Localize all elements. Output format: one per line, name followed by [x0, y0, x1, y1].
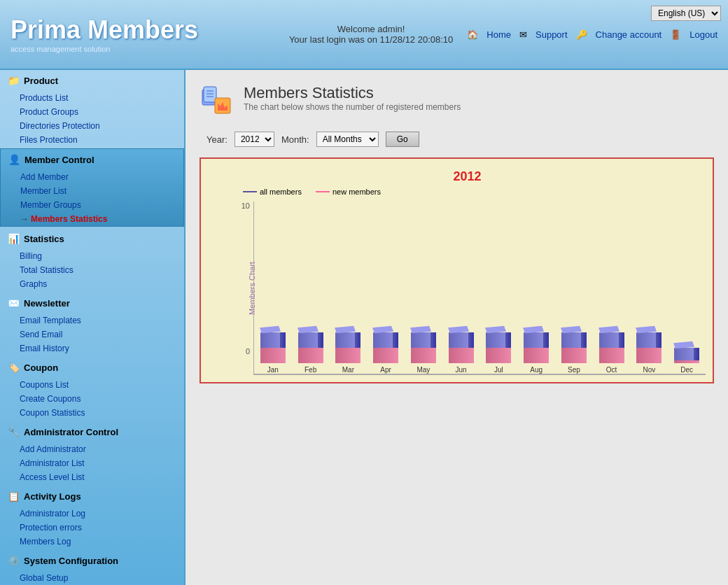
legend-new-label: new members	[332, 188, 381, 196]
month-label: Month:	[281, 134, 309, 145]
sidebar-section-admin-header: 🔧 Administrator Control	[0, 421, 184, 442]
y-label-10: 10	[229, 202, 250, 210]
sidebar-item-members-log[interactable]: Members Log	[14, 535, 184, 549]
sidebar-section-statistics: 📊 Statistics Billing Total Statistics Gr…	[0, 228, 184, 291]
sidebar-item-email-templates[interactable]: Email Templates	[14, 313, 184, 327]
year-label: Year:	[206, 134, 227, 145]
bar-all-jan	[260, 327, 286, 363]
bar-new-may	[411, 348, 436, 363]
bar-group-apr: Apr	[367, 202, 405, 374]
bar-all-feb	[298, 327, 323, 363]
legend-new-line	[316, 191, 330, 192]
sidebar-section-coupon: 🏷️ Coupon Coupons List Create Coupons Co…	[0, 357, 184, 420]
sidebar-item-coupon-statistics[interactable]: Coupon Statistics	[14, 406, 184, 420]
sidebar-section-newsletter-header: ✉️ Newsletter	[0, 292, 184, 313]
sidebar-section-coupon-header: 🏷️ Coupon	[0, 357, 184, 378]
month-select[interactable]: All Months January February March April …	[316, 132, 379, 147]
bar-new-aug	[524, 348, 549, 363]
product-icon: 📁	[7, 74, 20, 87]
bar-all-dec	[674, 342, 699, 363]
sidebar-coupon-label: Coupon	[24, 362, 58, 373]
bar-new-apr	[373, 348, 398, 363]
y-label-0: 0	[229, 347, 250, 355]
sidebar-item-total-statistics[interactable]: Total Statistics	[14, 263, 184, 277]
year-select[interactable]: 2012 2011 2010	[234, 132, 274, 147]
support-icon: ✉	[519, 29, 527, 40]
sidebar-item-global-setup[interactable]: Global Setup	[14, 571, 184, 585]
welcome-text: Welcome admin!	[289, 24, 453, 34]
bar-all-aug	[524, 327, 549, 363]
sidebar-section-member-header: 👤 Member Control	[1, 149, 183, 170]
bars-area: JanFebMarAprMayJunJulAugSepOctNovDec	[253, 202, 706, 375]
sidebar-item-members-statistics[interactable]: →Members Statistics	[15, 212, 183, 226]
sidebar-item-email-history[interactable]: Email History	[14, 341, 184, 355]
sidebar-item-member-list[interactable]: Member List	[15, 184, 183, 198]
legend-all-members: all members	[243, 188, 302, 196]
sidebar-item-coupons-list[interactable]: Coupons List	[14, 378, 184, 392]
bar-label-sep: Sep	[568, 366, 580, 374]
sidebar-member-control-label: Member Control	[24, 155, 94, 165]
home-icon: 🏠	[467, 29, 478, 40]
sidebar-activity-label: Activity Logs	[24, 491, 81, 502]
change-account-link[interactable]: Change account	[596, 29, 662, 40]
sidebar-section-member-control: 👤 Member Control Add Member Member List …	[0, 148, 184, 227]
bar-label-nov: Nov	[643, 366, 655, 374]
statistics-icon: 📊	[7, 232, 20, 245]
account-icon: 🔑	[576, 29, 587, 40]
support-link[interactable]: Support	[536, 29, 568, 40]
sidebar-item-admin-log[interactable]: Administrator Log	[14, 507, 184, 521]
page-title: Members Statistics	[244, 84, 461, 102]
top-bar: Prima Members access management solution…	[0, 0, 728, 70]
sidebar-section-activity: 📋 Activity Logs Administrator Log Protec…	[0, 486, 184, 549]
chart-legend: all members new members	[229, 188, 706, 196]
page-description: The chart below shows the number of regi…	[244, 102, 461, 112]
go-button[interactable]: Go	[386, 132, 419, 147]
bar-all-mar	[335, 327, 360, 363]
bar-group-nov: Nov	[631, 202, 668, 374]
sidebar-item-administrator-list[interactable]: Administrator List	[14, 456, 184, 470]
sidebar-section-activity-header: 📋 Activity Logs	[0, 486, 184, 507]
sidebar-item-member-groups[interactable]: Member Groups	[15, 198, 183, 212]
page-header: Members Statistics The chart below shows…	[200, 84, 714, 118]
active-arrow: →	[20, 214, 29, 224]
sidebar-stats-items: Billing Total Statistics Graphs	[0, 249, 184, 291]
bar-label-dec: Dec	[680, 366, 693, 374]
logo-area: Prima Members access management solution	[10, 15, 289, 53]
sidebar-admin-label: Administrator Control	[24, 427, 118, 437]
sidebar-item-add-administrator[interactable]: Add Administrator	[14, 442, 184, 456]
sidebar-item-add-member[interactable]: Add Member	[15, 170, 183, 184]
bar-new-nov	[636, 348, 662, 363]
bar-group-mar: Mar	[330, 202, 368, 374]
home-link[interactable]: Home	[486, 29, 511, 40]
sidebar-item-products-list[interactable]: Products List	[14, 91, 184, 105]
top-nav: 🏠 Home ✉ Support 🔑 Change account 🚪 Logo…	[467, 29, 718, 40]
sidebar-item-billing[interactable]: Billing	[14, 249, 184, 263]
language-select[interactable]: English (US)	[651, 6, 721, 21]
sidebar-activity-items: Administrator Log Protection errors Memb…	[0, 507, 184, 549]
app-title: Prima Members	[10, 15, 289, 45]
sidebar-item-protection-errors[interactable]: Protection errors	[14, 521, 184, 535]
sidebar-system-label: System Configuration	[24, 556, 118, 566]
bar-group-oct: Oct	[593, 202, 631, 374]
svg-rect-1	[204, 87, 216, 102]
bar-label-jun: Jun	[456, 366, 467, 374]
logout-link[interactable]: Logout	[690, 29, 718, 40]
sidebar-item-access-level-list[interactable]: Access Level List	[14, 470, 184, 484]
bar-group-jul: Jul	[480, 202, 518, 374]
sidebar-member-items: Add Member Member List Member Groups →Me…	[1, 170, 183, 226]
chart-title: 2012	[229, 169, 706, 184]
chart-container: 2012 all members new members Members Cha…	[200, 157, 714, 383]
legend-new-members: new members	[316, 188, 381, 196]
sidebar-section-admin: 🔧 Administrator Control Add Administrato…	[0, 421, 184, 484]
bar-new-oct	[599, 348, 624, 363]
sidebar-item-product-groups[interactable]: Product Groups	[14, 105, 184, 119]
bar-new-jun	[449, 348, 474, 363]
sidebar-item-send-email[interactable]: Send Email	[14, 327, 184, 341]
sidebar: 📁 Product Products List Product Groups D…	[0, 70, 186, 585]
last-login-text: Your last login was on 11/28/12 20:08:10	[289, 34, 453, 45]
sidebar-item-files-protection[interactable]: Files Protection	[14, 133, 184, 147]
sidebar-item-graphs[interactable]: Graphs	[14, 277, 184, 291]
sidebar-item-directories-protection[interactable]: Directories Protection	[14, 119, 184, 133]
logout-icon: 🚪	[670, 29, 681, 40]
sidebar-item-create-coupons[interactable]: Create Coupons	[14, 392, 184, 406]
